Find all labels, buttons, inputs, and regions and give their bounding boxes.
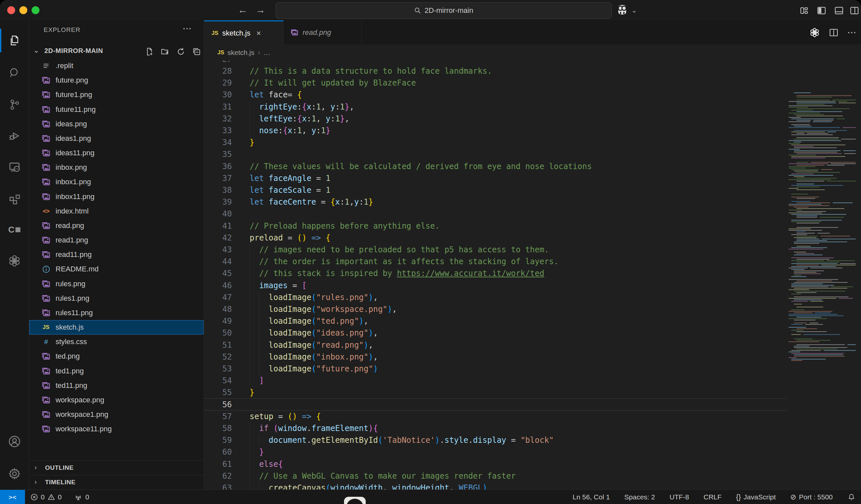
activity-search-button[interactable] — [0, 57, 29, 89]
openai-chat-icon[interactable] — [809, 27, 820, 38]
file-item-inbox11.png[interactable]: inbox11.png — [29, 190, 204, 204]
activity-source-control-button[interactable] — [0, 89, 29, 120]
code-line-35[interactable]: 35 — [204, 148, 861, 161]
new-folder-button[interactable] — [160, 46, 171, 57]
minimize-window-button[interactable] — [19, 6, 27, 14]
file-item-ted11.png[interactable]: ted11.png — [29, 378, 204, 393]
file-item-inbox.png[interactable]: inbox.png — [29, 160, 204, 175]
file-item-future1.png[interactable]: future1.png — [29, 87, 204, 102]
folder-section-header[interactable]: ⌄ 2D-MIRROR-MAIN — [29, 44, 204, 59]
outline-section[interactable]: › OUTLINE — [29, 461, 204, 475]
code-line-50[interactable]: 50 loadImage("ideas.png"), — [204, 327, 861, 339]
code-line-27[interactable]: 27 — [204, 60, 861, 66]
customize-layout-button[interactable] — [798, 4, 810, 16]
activity-openai-button[interactable] — [0, 245, 29, 277]
code-line-38[interactable]: 38let faceScale = 1 — [204, 184, 861, 196]
cursor-position[interactable]: Ln 56, Col 1 — [573, 493, 610, 501]
code-line-33[interactable]: 33 nose:{x:1, y:1} — [204, 125, 861, 137]
tab-read-png[interactable]: read.png — [284, 21, 362, 44]
code-line-44[interactable]: 44 // the order is important as it affec… — [204, 256, 861, 268]
split-editor-icon[interactable] — [829, 28, 839, 38]
minimap[interactable] — [787, 91, 860, 364]
language-mode[interactable]: {} JavaScript — [736, 493, 776, 501]
code-line-28[interactable]: 28// This is a data structure to hold fa… — [204, 65, 861, 77]
toggle-secondary-sidebar-button[interactable] — [848, 4, 860, 16]
activity-c-extension-button[interactable]: C — [0, 214, 29, 245]
code-line-29[interactable]: 29// It will get updated by BlazeFace — [204, 77, 861, 89]
notifications-bell-icon[interactable] — [847, 493, 856, 501]
timeline-section[interactable]: › TIMELINE — [29, 475, 204, 490]
code-line-45[interactable]: 45 // this stack is inspired by https://… — [204, 268, 861, 280]
code-line-49[interactable]: 49 loadImage("ted.png"), — [204, 315, 861, 327]
code-line-41[interactable]: 41// Preload happens before anything els… — [204, 220, 861, 232]
code-line-31[interactable]: 31 rightEye:{x:1, y:1}, — [204, 101, 861, 113]
file-item-ideas.png[interactable]: ideas.png — [29, 117, 204, 131]
file-item-rules11.png[interactable]: rules11.png — [29, 305, 204, 320]
code-line-57[interactable]: 57setup = () => { — [204, 411, 861, 423]
code-line-52[interactable]: 52 loadImage("inbox.png"), — [204, 351, 861, 363]
code-line-51[interactable]: 51 loadImage("read.png"), — [204, 339, 861, 351]
code-line-54[interactable]: 54 ] — [204, 375, 861, 387]
close-tab-icon[interactable]: × — [256, 29, 261, 38]
code-line-42[interactable]: 42preload = () => { — [204, 232, 861, 244]
file-item-workspace.png[interactable]: workspace.png — [29, 393, 204, 407]
problems-status[interactable]: 0 0 — [30, 493, 62, 501]
code-line-43[interactable]: 43 // images need to be preloaded so tha… — [204, 244, 861, 256]
file-item-workspace1.png[interactable]: workspace1.png — [29, 407, 204, 422]
toggle-primary-sidebar-button[interactable] — [816, 4, 828, 16]
breadcrumb-symbol[interactable]: … — [263, 49, 270, 57]
code-editor[interactable]: 2728// This is a data structure to hold … — [204, 60, 861, 490]
file-item-read.png[interactable]: read.png — [29, 218, 204, 233]
explorer-more-actions-button[interactable]: ⋯ — [182, 23, 192, 34]
code-line-63[interactable]: 63 createCanvas(windowWidth, windowHeigh… — [204, 482, 861, 490]
code-line-36[interactable]: 36// These values will be calculated / d… — [204, 161, 861, 173]
activity-run-debug-button[interactable] — [0, 120, 29, 152]
copilot-menu[interactable]: ⌄ — [616, 4, 637, 16]
zoom-window-button[interactable] — [31, 6, 40, 14]
file-item-rules.png[interactable]: rules.png — [29, 277, 204, 291]
code-line-48[interactable]: 48 loadImage("workspace.png"), — [204, 303, 861, 315]
activity-extensions-button[interactable] — [0, 182, 29, 214]
code-line-58[interactable]: 58 if (window.frameElement){ — [204, 422, 861, 435]
code-line-34[interactable]: 34} — [204, 137, 861, 149]
tab-sketch-js[interactable]: JS sketch.js × — [204, 21, 284, 45]
indentation[interactable]: Spaces: 2 — [624, 493, 655, 501]
code-line-62[interactable]: 62 // Use a WebGL Canvas to make our ima… — [204, 470, 861, 482]
file-item-.replit[interactable]: .replit — [29, 58, 204, 73]
code-line-60[interactable]: 60 } — [204, 446, 861, 458]
code-line-46[interactable]: 46 images = [ — [204, 280, 861, 292]
code-line-32[interactable]: 32 leftEye:{x:1, y:1}, — [204, 113, 861, 125]
command-center-search[interactable]: 2D-mirror-main — [276, 2, 612, 19]
code-line-55[interactable]: 55} — [204, 386, 861, 399]
code-line-40[interactable]: 40 — [204, 208, 861, 220]
toggle-panel-button[interactable] — [833, 4, 845, 16]
code-line-56[interactable]: 56 — [204, 399, 861, 411]
more-actions-icon[interactable]: ⋯ — [847, 27, 857, 38]
file-item-inbox1.png[interactable]: inbox1.png — [29, 175, 204, 189]
file-item-read1.png[interactable]: read1.png — [29, 233, 204, 247]
file-item-rules1.png[interactable]: rules1.png — [29, 291, 204, 305]
code-line-61[interactable]: 61 else{ — [204, 458, 861, 471]
new-file-button[interactable] — [144, 46, 155, 57]
file-item-read11.png[interactable]: read11.png — [29, 247, 204, 262]
code-line-39[interactable]: 39let faceCentre = {x:1,y:1} — [204, 196, 861, 208]
file-item-future.png[interactable]: future.png — [29, 73, 204, 87]
refresh-button[interactable] — [175, 46, 187, 57]
encoding[interactable]: UTF-8 — [670, 493, 689, 501]
code-line-47[interactable]: 47 loadImage("rules.png"), — [204, 291, 861, 304]
file-item-sketch.js[interactable]: JSsketch.js — [29, 320, 204, 335]
remote-indicator[interactable]: >< — [0, 490, 25, 504]
activity-remote-explorer-button[interactable]: >< — [0, 151, 29, 183]
code-line-37[interactable]: 37let faceAngle = 1 — [204, 173, 861, 185]
dock-app-icon[interactable] — [344, 497, 366, 504]
navigate-back-button[interactable]: ← — [235, 3, 250, 17]
code-line-59[interactable]: 59 document.getElementById('TabNotice').… — [204, 434, 861, 447]
activity-explorer-button[interactable] — [0, 25, 29, 56]
live-server-port[interactable]: ⊘ Port : 5500 — [790, 493, 833, 501]
file-item-README.md[interactable]: README.md — [29, 262, 204, 276]
code-line-30[interactable]: 30let face= { — [204, 89, 861, 101]
file-item-workspace11.png[interactable]: workspace11.png — [29, 422, 204, 436]
file-item-index.html[interactable]: <>index.html — [29, 204, 204, 218]
file-item-ideas1.png[interactable]: ideas1.png — [29, 131, 204, 146]
file-item-ted1.png[interactable]: ted1.png — [29, 364, 204, 378]
